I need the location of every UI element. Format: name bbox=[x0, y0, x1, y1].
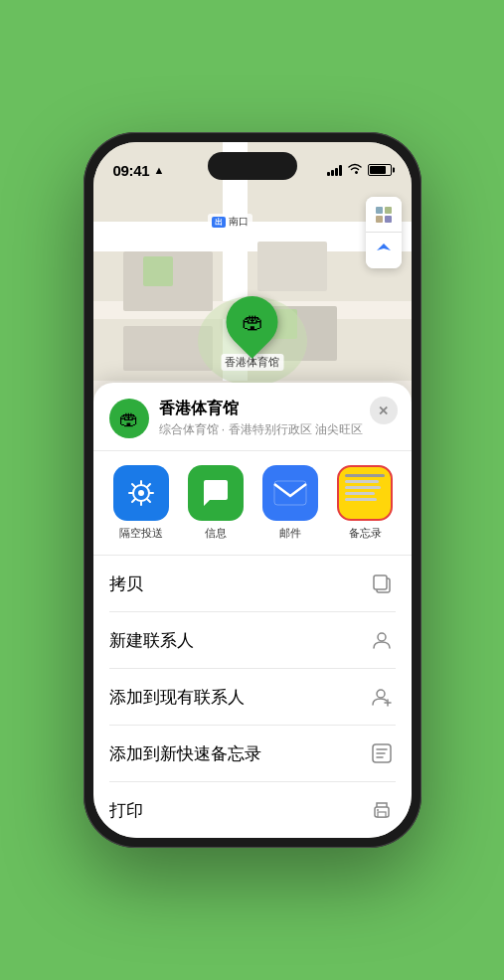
add-contact-icon bbox=[368, 683, 396, 711]
close-button[interactable]: ✕ bbox=[370, 397, 398, 424]
svg-rect-6 bbox=[257, 242, 327, 291]
svg-rect-16 bbox=[376, 207, 383, 214]
share-item-airdrop[interactable]: 隔空投送 bbox=[109, 465, 174, 541]
action-copy-label: 拷贝 bbox=[109, 572, 143, 595]
dynamic-island bbox=[208, 152, 297, 180]
map-entry-label: 出 南口 bbox=[208, 214, 252, 230]
svg-point-27 bbox=[378, 633, 386, 641]
bottom-sheet: 🏟 香港体育馆 综合体育馆 · 香港特别行政区 油尖旺区 ✕ bbox=[93, 383, 412, 838]
action-row-quick-note[interactable]: 添加到新快速备忘录 bbox=[109, 726, 396, 782]
signal-bars-icon bbox=[327, 164, 342, 176]
location-button[interactable] bbox=[366, 233, 402, 268]
mail-label: 邮件 bbox=[279, 526, 301, 541]
svg-point-37 bbox=[377, 809, 379, 811]
location-pin: 🏟 香港体育馆 bbox=[221, 296, 283, 371]
share-item-mail[interactable]: 邮件 bbox=[258, 465, 323, 541]
map-type-button[interactable] bbox=[366, 197, 402, 233]
svg-point-22 bbox=[138, 490, 144, 496]
notes-icon bbox=[337, 465, 393, 521]
place-description: 综合体育馆 · 香港特别行政区 油尖旺区 bbox=[159, 421, 396, 438]
location-arrow-icon: ▲ bbox=[153, 164, 164, 176]
notes-label: 备忘录 bbox=[349, 526, 382, 541]
svg-point-28 bbox=[377, 690, 385, 698]
svg-rect-17 bbox=[385, 207, 392, 214]
airdrop-icon bbox=[113, 465, 169, 521]
status-icons bbox=[327, 163, 392, 178]
action-row-copy[interactable]: 拷贝 bbox=[109, 556, 396, 612]
svg-rect-1 bbox=[93, 222, 412, 251]
messages-label: 信息 bbox=[205, 526, 227, 541]
pin-marker: 🏟 bbox=[216, 285, 289, 359]
battery-icon bbox=[368, 164, 392, 176]
action-add-contact-label: 添加到现有联系人 bbox=[109, 686, 245, 709]
phone-frame: 09:41 ▲ bbox=[84, 132, 421, 848]
place-header: 🏟 香港体育馆 综合体育馆 · 香港特别行政区 油尖旺区 ✕ bbox=[93, 383, 412, 451]
action-row-new-contact[interactable]: 新建联系人 bbox=[109, 612, 396, 669]
share-item-notes[interactable]: 备忘录 bbox=[333, 465, 398, 541]
share-item-more[interactable]: 提 bbox=[408, 465, 412, 541]
action-row-add-contact[interactable]: 添加到现有联系人 bbox=[109, 669, 396, 726]
share-row: 隔空投送 信息 bbox=[93, 451, 412, 556]
mail-icon bbox=[262, 465, 318, 521]
phone-screen: 09:41 ▲ bbox=[93, 142, 412, 838]
airdrop-label: 隔空投送 bbox=[119, 526, 163, 541]
print-icon bbox=[368, 796, 396, 824]
action-quick-note-label: 添加到新快速备忘录 bbox=[109, 742, 261, 765]
svg-marker-20 bbox=[377, 244, 391, 250]
svg-rect-18 bbox=[376, 216, 383, 223]
action-new-contact-label: 新建联系人 bbox=[109, 629, 194, 652]
copy-icon bbox=[368, 570, 396, 597]
svg-rect-26 bbox=[374, 575, 387, 589]
map-badge: 出 bbox=[212, 217, 226, 228]
place-info: 香港体育馆 综合体育馆 · 香港特别行政区 油尖旺区 bbox=[159, 399, 396, 438]
quick-note-icon bbox=[368, 739, 396, 767]
svg-rect-23 bbox=[274, 481, 306, 505]
action-print-label: 打印 bbox=[109, 799, 143, 822]
svg-rect-13 bbox=[143, 256, 173, 286]
action-row-print[interactable]: 打印 bbox=[109, 782, 396, 838]
wifi-icon bbox=[347, 163, 363, 178]
map-label-text: 南口 bbox=[229, 215, 249, 229]
map-controls bbox=[366, 197, 402, 268]
messages-icon bbox=[188, 465, 244, 521]
svg-rect-19 bbox=[385, 216, 392, 223]
share-item-messages[interactable]: 信息 bbox=[184, 465, 249, 541]
svg-rect-36 bbox=[378, 812, 386, 817]
new-contact-icon bbox=[368, 626, 396, 654]
pin-icon: 🏟 bbox=[242, 309, 263, 335]
place-icon: 🏟 bbox=[109, 399, 149, 438]
action-list: 拷贝 新建联系人 bbox=[93, 556, 412, 838]
status-time: 09:41 bbox=[113, 162, 150, 179]
place-name: 香港体育馆 bbox=[159, 399, 396, 419]
